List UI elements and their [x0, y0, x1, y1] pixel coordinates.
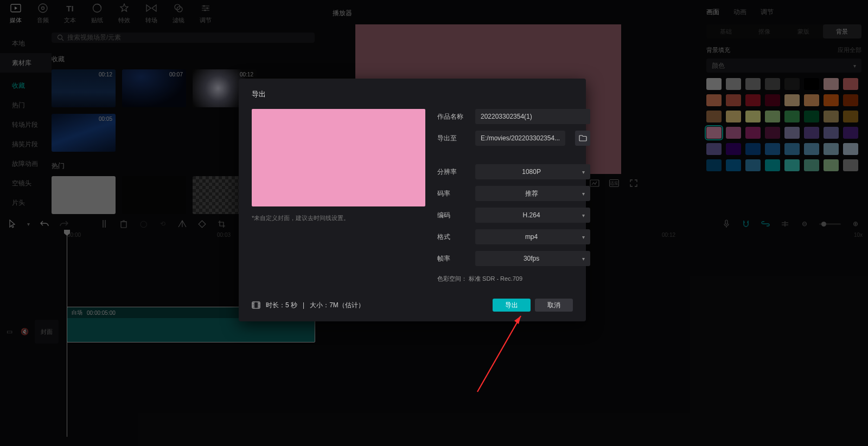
name-input[interactable] [475, 109, 590, 124]
export-preview [252, 109, 425, 206]
bitrate-value: 推荐 [525, 189, 538, 198]
path-input[interactable]: E:/movies/202203302354... [475, 131, 565, 146]
bitrate-select[interactable]: 推荐▾ [475, 186, 590, 201]
colorspace-value: 标准 SDR - Rec.709 [469, 275, 522, 282]
fps-label: 帧率 [437, 254, 468, 263]
meta-duration: 时长：5 秒 [266, 301, 297, 310]
chevron-down-icon: ▾ [582, 169, 585, 175]
dialog-footer: 时长：5 秒 | 大小：7M（估计） 导出 取消 [252, 299, 573, 312]
export-preview-pane: *未自定义封面，建议去时间线设置。 [252, 109, 425, 283]
chevron-down-icon: ▾ [582, 191, 585, 197]
folder-icon[interactable] [575, 131, 590, 146]
colorspace-row: 色彩空间： 标准 SDR - Rec.709 [437, 275, 590, 283]
export-dialog: 导出 *未自定义封面，建议去时间线设置。 作品名称 导出至 E:/movies/… [239, 79, 586, 321]
res-select[interactable]: 1080P▾ [475, 164, 590, 179]
cover-hint: *未自定义封面，建议去时间线设置。 [252, 214, 425, 222]
export-meta: 时长：5 秒 | 大小：7M（估计） [252, 301, 365, 310]
chevron-down-icon: ▾ [582, 212, 585, 218]
name-field[interactable] [481, 113, 585, 120]
path-label: 导出至 [437, 134, 468, 143]
res-label: 分辨率 [437, 167, 468, 177]
codec-value: H.264 [523, 211, 540, 219]
cancel-button[interactable]: 取消 [535, 299, 573, 312]
export-button[interactable]: 导出 [493, 299, 531, 312]
res-value: 1080P [522, 168, 541, 176]
meta-size: 大小：7M（估计） [310, 301, 365, 310]
codec-label: 编码 [437, 211, 468, 220]
fps-value: 30fps [524, 255, 539, 262]
film-icon [252, 301, 260, 309]
chevron-down-icon: ▾ [582, 234, 585, 240]
export-form: 作品名称 导出至 E:/movies/202203302354... 分辨率 1… [437, 109, 590, 283]
dialog-title: 导出 [252, 89, 573, 99]
fps-select[interactable]: 30fps▾ [475, 251, 590, 266]
bitrate-label: 码率 [437, 189, 468, 198]
path-value: E:/movies/202203302354... [481, 134, 560, 142]
chevron-down-icon: ▾ [582, 256, 585, 262]
format-select[interactable]: mp4▾ [475, 229, 590, 244]
name-label: 作品名称 [437, 112, 468, 121]
format-value: mp4 [525, 233, 538, 241]
codec-select[interactable]: H.264▾ [475, 208, 590, 223]
colorspace-label: 色彩空间： [437, 275, 467, 282]
format-label: 格式 [437, 232, 468, 242]
